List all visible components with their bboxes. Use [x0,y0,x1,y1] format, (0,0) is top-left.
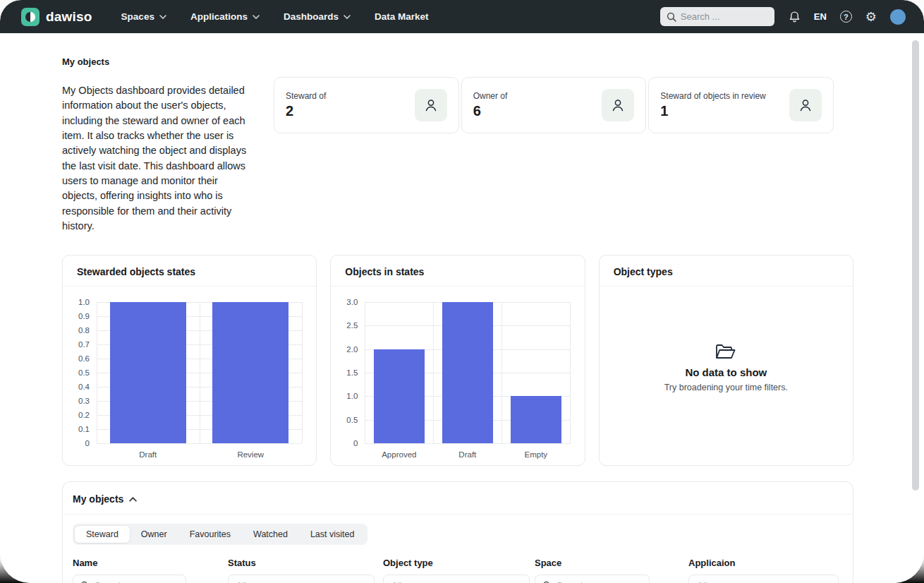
y-axis-tick-label: 1.5 [338,368,358,377]
status-filter-select[interactable]: All [228,575,375,583]
chart-plot-area [365,302,570,443]
stat-card-owner-of: Owner of 6 [461,77,647,133]
x-axis-category-label: Draft [97,450,200,459]
table-section-title: My objects [73,493,123,505]
tab-steward[interactable]: Steward [75,526,130,543]
x-axis-category-label: Empty [501,450,570,459]
y-axis-tick-label: 0.1 [70,425,90,433]
chevron-down-icon [344,15,351,19]
nav-item-label: Dashboards [284,11,339,22]
chevron-down-icon [253,15,260,19]
nav-item-spaces[interactable]: Spaces [109,11,178,22]
bar-chart-objects-in-states: 3.02.52.01.51.00.50ApprovedDraftEmpty [338,301,574,469]
column-header-status: Status [228,558,383,568]
nav-item-label: Applications [190,11,248,22]
table-tabs: Steward Owner Favourites Watched Last vi… [73,524,367,545]
language-switcher[interactable]: EN [814,11,827,22]
global-search-input[interactable] [681,11,758,22]
y-axis-tick-label: 0.4 [70,383,90,391]
gridline [501,302,502,443]
tab-last-visited[interactable]: Last visited [299,526,366,543]
gridline [433,302,434,443]
stat-value: 2 [286,103,326,119]
y-axis-tick-label: 0.7 [70,340,90,349]
chevron-down-icon [159,15,166,19]
stat-card-steward-in-review: Steward of objects in review 1 [648,77,834,133]
y-axis-tick-label: 0.3 [70,397,90,405]
y-axis-tick-label: 0.5 [70,368,90,377]
name-filter[interactable] [73,575,186,583]
space-filter[interactable] [535,575,650,583]
table-section-header[interactable]: My objects [63,482,853,515]
stat-value: 1 [660,103,765,119]
nav-item-label: Data Market [375,11,429,22]
person-icon [415,89,447,121]
stat-value: 6 [473,103,508,119]
search-icon [542,581,552,583]
tab-favourites[interactable]: Favourites [178,526,242,543]
y-axis-tick-label: 0.8 [70,326,90,335]
dashboard-description: My Objects dashboard provides detailed i… [62,83,253,234]
y-axis-tick-label: 0.6 [70,354,90,363]
bar-draft [442,302,493,443]
my-objects-table-card: My objects Steward Owner Favourites Watc… [62,481,853,583]
object-type-filter-value: All [391,580,401,583]
nav-item-data-market[interactable]: Data Market [363,11,441,22]
name-filter-input[interactable] [95,580,165,583]
x-axis-category-label: Draft [433,450,501,459]
chart-plot-area [97,302,302,443]
dawiso-logo[interactable]: dawiso [21,8,92,26]
tab-watched[interactable]: Watched [242,526,299,543]
y-axis-tick-label: 2.5 [338,321,358,330]
tab-owner[interactable]: Owner [130,526,178,543]
stat-label: Owner of [473,91,508,101]
space-filter-input[interactable] [557,580,627,583]
dawiso-logo-icon [21,8,39,26]
gridline [97,302,97,443]
gridline [97,443,302,444]
nav-item-label: Spaces [121,11,154,22]
top-nav: dawiso Spaces Applications Dashboards Da… [0,0,924,33]
status-filter-value: All [236,580,246,583]
chart-title: Object types [600,256,853,287]
page-scrollbar[interactable] [912,40,919,491]
nav-item-applications[interactable]: Applications [178,11,272,22]
gear-icon[interactable]: ⚙ [865,11,877,23]
main-content: My objects My Objects dashboard provides… [0,33,924,583]
y-axis-tick-label: 0 [70,439,90,447]
application-filter-select[interactable]: All [688,575,839,583]
column-header-space: Space [535,558,688,568]
object-type-filter-select[interactable]: All [383,575,530,583]
column-header-object-type: Object type [383,558,535,568]
stat-label: Steward of [286,91,326,101]
person-icon [602,89,634,121]
bar-empty [511,396,561,443]
help-icon[interactable]: ? [840,11,852,23]
search-icon [667,12,676,22]
global-search[interactable] [660,7,774,26]
chart-title: Objects in states [331,256,584,287]
table-filter-row: Name Status All Object type [73,558,843,583]
chart-card-stewarded-objects: Stewarded objects states 1.00.90.80.70.6… [62,255,317,466]
stats-row: Steward of 2 Owner of 6 [274,77,834,234]
user-avatar[interactable] [890,9,906,25]
gridline [200,302,200,443]
y-axis-tick-label: 1.0 [338,392,358,400]
column-header-application: Applicaion [688,558,839,568]
stat-label: Steward of objects in review [660,91,765,101]
y-axis-tick-label: 3.0 [338,298,358,306]
y-axis-tick-label: 2.0 [338,345,358,354]
column-header-name: Name [73,558,228,568]
gridline [570,302,571,443]
empty-state-hint: Try broadening your time filters. [664,383,788,392]
chart-card-object-types: Object types No data to show Try broaden… [599,255,853,466]
y-axis-tick-label: 0.9 [70,312,90,320]
chevron-up-icon [129,497,137,502]
y-axis-tick-label: 0.5 [338,416,358,424]
gridline [365,302,365,443]
application-filter-value: All [697,580,707,583]
notifications-bell-icon[interactable] [789,11,801,23]
nav-item-dashboards[interactable]: Dashboards [272,11,363,22]
bar-draft [110,302,186,443]
y-axis-tick-label: 1.0 [70,298,90,306]
